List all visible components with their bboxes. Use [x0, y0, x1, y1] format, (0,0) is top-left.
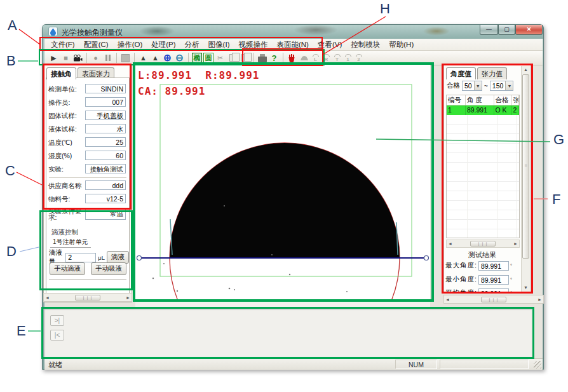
detect-unit-field[interactable]: SINDIN	[85, 84, 126, 93]
menu-analyze[interactable]: 分析	[181, 39, 203, 51]
scroll-left-icon[interactable]: ◄	[448, 241, 452, 246]
scroll-up-icon[interactable]: ▲	[522, 66, 530, 74]
temperature-field[interactable]: 25	[85, 137, 126, 147]
menu-view[interactable]: 查看(V)	[314, 39, 346, 51]
dose-hand-icon[interactable]	[286, 52, 298, 64]
experiment-field[interactable]: 接触角测试	[85, 164, 126, 173]
frame-grab-icon[interactable]	[119, 52, 132, 64]
scroll-down-icon[interactable]: ▼	[522, 284, 530, 292]
menu-control-module[interactable]: 控制模块	[347, 39, 384, 51]
resize-grip[interactable]	[534, 361, 541, 368]
dispense-button[interactable]: 滴液	[107, 251, 129, 264]
max-angle-field[interactable]: 89.991	[478, 261, 509, 271]
degree-symbol: °	[510, 290, 512, 294]
baseline-up-icon[interactable]: ▲	[137, 52, 149, 64]
play-icon[interactable]: ▶	[48, 52, 60, 64]
toolbar-separator	[283, 53, 283, 63]
range-to-select[interactable]: 150▼	[490, 81, 514, 91]
angle-right-icon[interactable]: R	[321, 54, 332, 62]
material-no-field[interactable]: v12-5	[85, 194, 126, 203]
print-icon[interactable]	[256, 52, 268, 64]
menu-file[interactable]: 文件(F)	[47, 39, 79, 51]
scroll-left-icon[interactable]: ◄	[445, 297, 450, 302]
menu-config[interactable]: 配置(C)	[80, 39, 112, 51]
menu-surface-energy[interactable]: 表面能(N)	[273, 39, 312, 51]
chevron-down-icon[interactable]: ▼	[474, 81, 482, 90]
menu-help[interactable]: 帮助(H)	[385, 39, 417, 51]
stop-icon[interactable]: ■	[60, 52, 72, 64]
liquid-sample-field[interactable]: 水	[85, 124, 126, 133]
viewer-hscrollbar[interactable]	[135, 301, 430, 307]
left-panel-hscrollbar[interactable]: ◄ ❘❘❘ ►	[43, 293, 132, 302]
crosshair-plus-icon[interactable]: ⊕	[161, 52, 173, 64]
to-start-button[interactable]: |<	[50, 330, 64, 341]
ellipse-fit-button[interactable]: 椭	[192, 53, 202, 63]
results-vscrollbar[interactable]: ▲ ≡ ▼	[521, 66, 530, 292]
table-hscrollbar[interactable]: ◄ ❘❘❘ ►	[446, 240, 520, 248]
help-icon[interactable]: ?	[268, 52, 280, 64]
title-bar[interactable]: 光学接触角测量仪 — ▢ ✕	[43, 25, 543, 39]
angle-table[interactable]: 编号 角 度 合格 张 1 89.991 O K 2	[446, 95, 520, 238]
field-label: 液体试样:	[48, 126, 85, 132]
scroll-thumb[interactable]: ≡	[522, 74, 529, 259]
angle-1-icon[interactable]: 1	[342, 54, 353, 62]
menu-operate[interactable]: 操作(O)	[114, 39, 147, 51]
crosshair-minus-icon[interactable]: ⊖	[173, 52, 186, 64]
status-bar: 就绪 NUM	[44, 358, 543, 370]
copy-icon[interactable]	[226, 52, 238, 64]
scroll-thumb[interactable]: ❘❘❘	[481, 297, 506, 302]
to-end-button[interactable]: >|	[50, 315, 64, 326]
manual-dispense-button[interactable]: 手动滴液	[50, 262, 85, 275]
paste-icon[interactable]	[238, 52, 250, 64]
tab-contact-angle[interactable]: 接触角	[46, 67, 76, 79]
maximize-button[interactable]: ▢	[498, 25, 515, 35]
drop-volume-input[interactable]	[65, 253, 96, 262]
minimize-button[interactable]: —	[480, 25, 498, 35]
annotation-letter-a: A	[8, 17, 17, 34]
drop-view-icon[interactable]	[298, 52, 310, 64]
table-row[interactable]: 1 89.991 O K 2	[447, 105, 519, 115]
scroll-thumb[interactable]: ❘❘❘	[470, 241, 496, 247]
scroll-right-icon[interactable]: ►	[126, 295, 130, 300]
condition-field[interactable]: 常温	[85, 208, 126, 220]
right-tabs: 角度值 张力值	[446, 67, 508, 79]
manual-suck-button[interactable]: 手动吸液	[91, 262, 126, 275]
menu-process[interactable]: 处理(P)	[147, 39, 179, 51]
scroll-right-icon[interactable]: ►	[538, 297, 542, 302]
operator-field[interactable]: 007	[85, 97, 126, 107]
angle-top-icon[interactable]: T	[332, 54, 342, 62]
cut-icon[interactable]: ✂	[214, 52, 226, 64]
drop-image-viewer[interactable]: L:89.991 R:89.991CA: 89.991	[135, 65, 430, 301]
tab-tension-values[interactable]: 张力值	[477, 67, 507, 79]
supplier-field[interactable]: ddd	[85, 180, 126, 190]
baseline-down-icon[interactable]: ▲	[149, 52, 161, 64]
range-from-select[interactable]: 50▼	[462, 81, 482, 91]
solid-sample-field[interactable]: 手机盖板	[85, 111, 126, 120]
field-label: 实验:	[48, 166, 85, 172]
avg-angle-field[interactable]: 89.991	[478, 288, 509, 294]
test-results-title: 测试结果	[444, 250, 520, 260]
angle-2-icon[interactable]: 2	[353, 54, 364, 62]
scroll-left-icon[interactable]: ◄	[45, 295, 50, 300]
menu-video[interactable]: 视频操作	[234, 39, 271, 51]
annotation-letter-f: F	[552, 191, 560, 208]
circle-fit-button[interactable]: 圆	[203, 53, 213, 63]
tab-angle-values[interactable]: 角度值	[446, 67, 476, 79]
injector-unit-tab[interactable]: 1号注射单元	[50, 237, 91, 248]
pause-icon[interactable]	[102, 52, 114, 64]
angle-left-icon[interactable]: L	[310, 54, 321, 62]
right-panel-hscrollbar[interactable]: ◄ ❘❘❘ ►	[443, 295, 544, 304]
status-num-indicator: NUM	[395, 360, 437, 369]
scroll-right-icon[interactable]: ►	[513, 241, 518, 246]
divider	[49, 279, 126, 280]
close-button[interactable]: ✕	[515, 25, 543, 35]
chevron-down-icon[interactable]: ▼	[505, 81, 513, 90]
menu-bar: 文件(F) 配置(C) 操作(O) 处理(P) 分析 图像(I) 视频操作 表面…	[44, 39, 543, 51]
menu-image[interactable]: 图像(I)	[205, 39, 234, 51]
annotation-letter-d: D	[6, 243, 17, 260]
scroll-thumb[interactable]: ❘❘❘	[75, 295, 100, 301]
camera-icon[interactable]	[72, 52, 84, 64]
humidity-field[interactable]: 60	[85, 151, 126, 160]
min-angle-field[interactable]: 89.991	[478, 275, 509, 285]
record-icon[interactable]: ●	[90, 52, 102, 64]
